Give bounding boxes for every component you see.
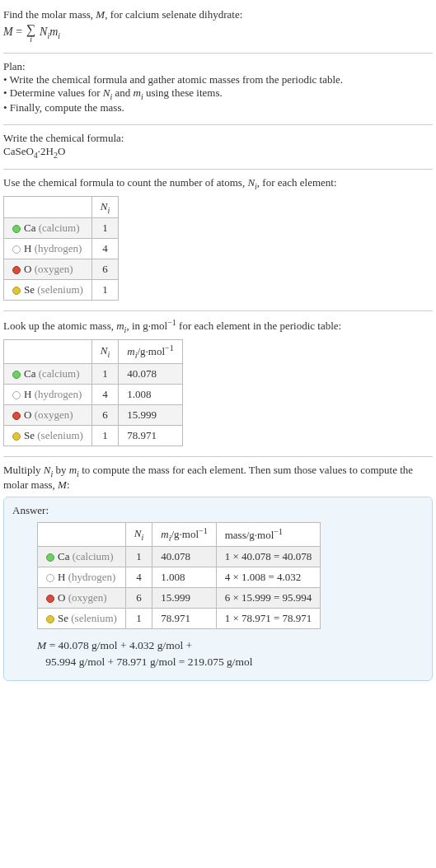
intro-text-a: Find the molar mass,: [3, 8, 96, 21]
table-row: H (hydrogen) 4 1.008 4 × 1.008 = 4.032: [38, 567, 321, 587]
element-dot-icon: [46, 615, 54, 623]
intro-M: M: [96, 8, 105, 21]
element-dot-icon: [12, 266, 21, 274]
table-row: Se (selenium) 1: [4, 280, 119, 301]
element-dot-icon: [12, 225, 21, 233]
element-cell: Ca (calcium): [4, 218, 92, 239]
element-dot-icon: [12, 412, 21, 420]
header-ni: Ni: [91, 340, 118, 364]
element-cell: Se (selenium): [4, 280, 92, 301]
sigma-sum: ∑i: [26, 23, 37, 43]
plan-item-3: • Finally, compute the mass.: [3, 101, 433, 114]
table-row: Ca (calcium) 1: [4, 218, 119, 239]
element-dot-icon: [12, 371, 21, 379]
plan-label: Plan:: [3, 60, 433, 73]
header-blank: [38, 522, 126, 546]
intro-text: Find the molar mass, M, for calcium sele…: [3, 8, 433, 21]
table-header-row: Ni mi/g·mol−1: [4, 340, 183, 364]
element-dot-icon: [12, 432, 21, 441]
header-mi: mi/g·mol−1: [152, 522, 216, 546]
element-dot-icon: [12, 391, 21, 399]
table-row: O (oxygen) 6: [4, 259, 119, 280]
table-row: Se (selenium) 1 78.971 1 × 78.971 = 78.9…: [38, 608, 321, 628]
count-table: Ni Ca (calcium) 1 H (hydrogen) 4 O (oxyg…: [3, 196, 119, 301]
chemical-formula-section: Write the chemical formula: CaSeO4·2H2O: [3, 125, 433, 170]
multiply-text: Multiply Ni by mi to compute the mass fo…: [3, 464, 433, 492]
count-section: Use the chemical formula to count the nu…: [3, 170, 433, 311]
table-row: Se (selenium) 1 78.971: [4, 426, 183, 446]
element-dot-icon: [12, 245, 21, 254]
element-dot-icon: [12, 287, 21, 295]
ni-cell: 1: [91, 280, 118, 301]
mass-table: Ni mi/g·mol−1 Ca (calcium) 1 40.078 H (h…: [3, 339, 183, 446]
mass-text: Look up the atomic mass, mi, in g·mol−1 …: [3, 318, 433, 334]
plan-item-1: • Write the chemical formula and gather …: [3, 73, 433, 86]
table-header-row: Ni: [4, 196, 119, 218]
table-row: H (hydrogen) 4: [4, 239, 119, 259]
table-row: Ca (calcium) 1 40.078 1 × 40.078 = 40.07…: [38, 546, 321, 567]
eq-m-i: i: [58, 31, 60, 40]
table-row: O (oxygen) 6 15.999: [4, 405, 183, 426]
element-cell: H (hydrogen): [4, 239, 92, 259]
element-dot-icon: [46, 574, 54, 582]
element-cell: O (oxygen): [4, 259, 92, 280]
chem-formula-label: Write the chemical formula:: [3, 132, 433, 145]
table-row: H (hydrogen) 4 1.008: [4, 385, 183, 405]
answer-table: Ni mi/g·mol−1 mass/g·mol−1 Ca (calcium) …: [37, 522, 321, 629]
element-dot-icon: [46, 595, 54, 603]
header-blank: [4, 196, 92, 218]
count-text: Use the chemical formula to count the nu…: [3, 176, 433, 191]
eq-equals: =: [13, 26, 26, 38]
header-mass: mass/g·mol−1: [216, 522, 321, 546]
ni-cell: 4: [91, 239, 118, 259]
table-row: Ca (calcium) 1 40.078: [4, 364, 183, 385]
eq-m: m: [49, 26, 58, 38]
intro-text-b: , for calcium selenate dihydrate:: [105, 8, 242, 21]
header-ni: Ni: [91, 196, 118, 218]
table-row: O (oxygen) 6 15.999 6 × 15.999 = 95.994: [38, 587, 321, 608]
plan-section: Plan: • Write the chemical formula and g…: [3, 54, 433, 125]
ni-cell: 1: [91, 218, 118, 239]
molar-mass-formula: M = ∑i Nimi: [3, 23, 433, 43]
eq-lhs: M: [3, 26, 13, 38]
intro-section: Find the molar mass, M, for calcium sele…: [3, 2, 433, 54]
plan-item-2: • Determine values for Ni and mi using t…: [3, 86, 433, 101]
header-blank: [4, 340, 92, 364]
answer-box: Answer: Ni mi/g·mol−1 mass/g·mol−1 Ca (c…: [3, 497, 433, 681]
element-dot-icon: [46, 553, 54, 562]
answer-section: Multiply Ni by mi to compute the mass fo…: [3, 457, 433, 691]
header-mi: mi/g·mol−1: [119, 340, 182, 364]
answer-label: Answer:: [12, 504, 424, 517]
chem-formula-value: CaSeO4·2H2O: [3, 145, 433, 160]
header-ni: Ni: [125, 522, 152, 546]
mass-section: Look up the atomic mass, mi, in g·mol−1 …: [3, 311, 433, 457]
ni-cell: 6: [91, 259, 118, 280]
table-header-row: Ni mi/g·mol−1 mass/g·mol−1: [38, 522, 321, 546]
final-equation: M = 40.078 g/mol + 4.032 g/mol + 95.994 …: [37, 637, 424, 671]
